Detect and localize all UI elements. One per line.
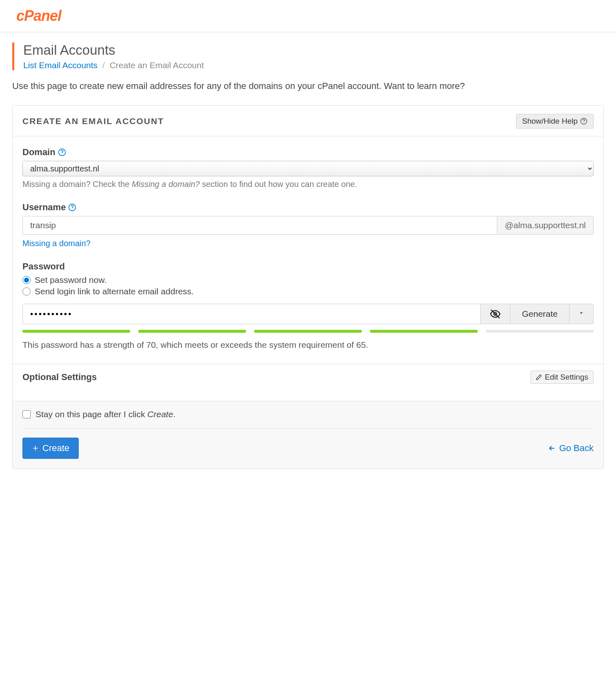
create-email-panel: CREATE AN EMAIL ACCOUNT Show/Hide Help D…	[12, 105, 604, 469]
set-password-now-radio[interactable]	[22, 276, 31, 284]
svg-point-1	[583, 123, 584, 123]
missing-domain-link[interactable]: Missing a domain?	[22, 239, 91, 248]
edit-settings-button[interactable]: Edit Settings	[530, 371, 594, 384]
domain-label: Domain	[22, 147, 55, 158]
breadcrumb-current: Create an Email Account	[110, 60, 204, 70]
domain-hint: Missing a domain? Check the Missing a do…	[22, 180, 594, 189]
help-icon	[580, 118, 587, 125]
pencil-icon	[536, 374, 542, 380]
password-strength-text: This password has a strength of 70, whic…	[22, 340, 594, 350]
password-strength-bar	[22, 330, 594, 333]
send-login-link-radio[interactable]	[22, 287, 31, 296]
svg-point-3	[62, 154, 62, 154]
help-icon[interactable]	[68, 203, 76, 211]
breadcrumb-link-list[interactable]: List Email Accounts	[23, 60, 97, 70]
username-label: Username	[22, 202, 66, 213]
generate-password-button[interactable]: Generate	[510, 304, 569, 324]
breadcrumb-separator: /	[102, 60, 105, 70]
send-login-link-label: Send login link to alternate email addre…	[35, 287, 194, 296]
intro-text: Use this page to create new email addres…	[12, 81, 604, 91]
plus-icon	[32, 445, 39, 452]
help-icon[interactable]	[58, 148, 66, 156]
set-password-now-label: Set password now.	[35, 275, 106, 285]
toggle-password-visibility-button[interactable]	[480, 304, 510, 324]
panel-title: CREATE AN EMAIL ACCOUNT	[22, 116, 164, 126]
eye-off-icon	[490, 308, 501, 320]
domain-select[interactable]: alma.supporttest.nl	[22, 161, 594, 176]
go-back-link[interactable]: Go Back	[548, 443, 594, 454]
optional-settings-title: Optional Settings	[22, 372, 97, 382]
cpanel-logo: cPanel	[16, 7, 604, 24]
create-button[interactable]: Create	[22, 438, 79, 459]
breadcrumb: List Email Accounts / Create an Email Ac…	[23, 60, 604, 70]
generate-password-options-button[interactable]	[569, 304, 594, 324]
svg-point-5	[72, 209, 73, 209]
username-domain-addon: @alma.supporttest.nl	[497, 216, 594, 235]
password-input[interactable]	[22, 304, 480, 324]
caret-down-icon	[578, 310, 584, 316]
help-button-label: Show/Hide Help	[522, 117, 578, 126]
stay-on-page-label: Stay on this page after I click Create.	[35, 409, 175, 419]
password-label: Password	[22, 261, 65, 272]
show-hide-help-button[interactable]: Show/Hide Help	[516, 114, 594, 129]
stay-on-page-checkbox[interactable]	[22, 410, 31, 418]
username-input[interactable]	[22, 216, 497, 235]
arrow-left-icon	[548, 444, 556, 452]
page-title: Email Accounts	[23, 42, 604, 58]
